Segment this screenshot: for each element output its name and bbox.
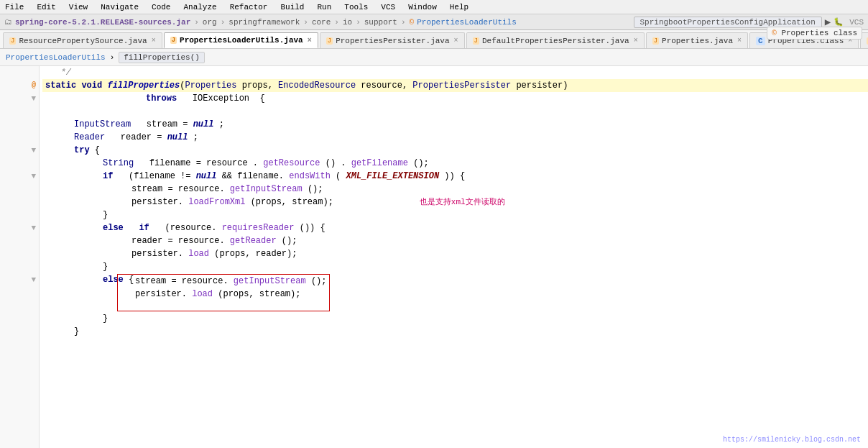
tab-propertiesloaderutils[interactable]: J PropertiesLoaderUtils.java × [164, 32, 318, 48]
space [119, 171, 124, 181]
space: = resource. [167, 184, 224, 194]
paren12: (props, reader); [214, 249, 297, 259]
var-stream3: stream [135, 276, 166, 286]
tab-close[interactable]: × [308, 37, 312, 45]
gutter-line: ▼ [0, 144, 36, 157]
paren3: (); [413, 158, 429, 168]
jar-name: spring-core-5.2.1.RELEASE-sources.jar [15, 18, 190, 27]
annotation-marker: @ [32, 79, 36, 92]
menu-vcs[interactable]: VCS [379, 3, 397, 12]
fold-arrow[interactable]: ▼ [31, 273, 36, 286]
code-line-close3: } [42, 312, 868, 325]
tab-label: ResourcePropertySource.java [19, 37, 147, 45]
paren13: (); [311, 276, 327, 286]
menu-view[interactable]: View [67, 3, 90, 12]
kw-throws: throws [146, 93, 177, 104]
code-line-close4: } [42, 325, 868, 338]
code-editor[interactable]: */ static void fillProperties ( Properti… [40, 66, 868, 448]
space [182, 93, 187, 104]
properties-class-badge[interactable]: © Properties class [767, 27, 862, 40]
space [236, 79, 241, 92]
menu-help[interactable]: Help [448, 3, 471, 12]
kw-void: void [81, 79, 102, 92]
space: { [254, 93, 264, 104]
space [136, 119, 141, 129]
code-line-close1: } [42, 209, 868, 221]
path-springframework: springframework [228, 18, 300, 27]
type-encodedresource: EncodedResource [278, 79, 356, 92]
code-line-filename: String filename = resource . getResource… [42, 157, 868, 170]
menu-file[interactable]: File [3, 3, 26, 12]
path-io: io [343, 18, 352, 27]
space [511, 79, 516, 92]
tab-java-icon: J [326, 37, 333, 45]
menu-run[interactable]: Run [315, 3, 333, 12]
code-line-close2: } [42, 260, 868, 273]
space [139, 158, 144, 168]
gutter-line [0, 286, 36, 299]
tab-close[interactable]: × [152, 37, 156, 45]
method-loadfromxml: loadFromXml [188, 197, 245, 207]
dot: . [253, 158, 258, 168]
menu-window[interactable]: Window [406, 3, 439, 12]
const-xmlext: XML_FILE_EXTENSION [346, 171, 440, 181]
tab-properties-java[interactable]: J Properties.java × [646, 32, 748, 48]
line-number-gutter: @ ▼ ▼ ▼ ▼ [0, 66, 40, 448]
method-endswith: endsWith [289, 171, 331, 181]
fold-arrow[interactable]: ▼ [31, 92, 36, 105]
tab-close[interactable]: × [454, 37, 458, 45]
path-core: core [312, 18, 331, 27]
gutter-line [0, 312, 36, 325]
paren10: ()) { [300, 223, 326, 233]
brace-open: { [95, 145, 100, 155]
var-reader: reader [121, 132, 152, 142]
tabs-bar: J ResourcePropertySource.java × J Proper… [0, 30, 868, 49]
header-wrapper: File Edit View Navigate Code Analyze Ref… [0, 0, 868, 66]
method-getfilename: getFilename [351, 158, 408, 168]
tab-propertiespersister[interactable]: J PropertiesPersister.java × [320, 32, 465, 48]
code-line-stream-boxed: stream = resource. getInputStream (); pe… [42, 286, 868, 299]
exception-type: IOException [193, 93, 249, 104]
menu-edit[interactable]: Edit [34, 3, 57, 12]
space [102, 79, 107, 92]
fold-arrow[interactable]: ▼ [31, 221, 36, 234]
menu-build[interactable]: Build [278, 3, 306, 12]
gutter-line [0, 66, 36, 79]
menu-tools[interactable]: Tools [342, 3, 370, 12]
tab-label: PropertiesPersister.java [336, 37, 449, 45]
debug-button[interactable]: 🐛 [834, 17, 844, 27]
menu-code[interactable]: Code [149, 3, 172, 12]
tab-defaultpropertiespersister[interactable]: J DefaultPropertiesPersister.java × [466, 32, 645, 48]
code-line-try: try { [42, 144, 868, 157]
space: = resource. [167, 236, 224, 246]
breadcrumb-method[interactable]: fillProperties() [119, 52, 205, 63]
menu-navigate[interactable]: Navigate [98, 3, 141, 12]
gutter-line [0, 325, 36, 338]
code-line-blank [42, 105, 868, 118]
paren11: (); [282, 236, 297, 246]
type-properties: Properties [185, 79, 236, 92]
tab-resourcepropertysource[interactable]: J ResourcePropertySource.java × [3, 32, 162, 48]
menu-refactor[interactable]: Refactor [228, 3, 270, 12]
fold-arrow[interactable]: ▼ [31, 170, 36, 183]
menu-analyze[interactable]: Analyze [181, 3, 218, 12]
code-line: */ [42, 66, 868, 79]
watermark: https://smilenicky.blog.csdn.net [723, 436, 861, 444]
kw-null2: null [167, 132, 188, 142]
tab-close[interactable]: × [737, 37, 742, 45]
paren4: (filename [129, 171, 175, 181]
tab-label: Properties.java [662, 37, 733, 45]
breadcrumb-class[interactable]: PropertiesLoaderUtils [6, 53, 106, 62]
code-line-load1: persister. load (props, reader); [42, 247, 868, 260]
path-support: support [364, 18, 397, 27]
fold-arrow[interactable]: ▼ [31, 144, 36, 157]
profile-button[interactable]: VCS [849, 18, 864, 27]
method-load1: load [188, 249, 209, 259]
kw-else: else [103, 223, 124, 233]
method-breadcrumb-bar: PropertiesLoaderUtils › fillProperties() [0, 49, 868, 66]
kw-try: try [74, 145, 90, 155]
method-fillprops: fillProperties [107, 79, 180, 92]
method-requiresreader: requiresReader [222, 223, 295, 233]
tab-close[interactable]: × [634, 37, 638, 45]
paren5: ( [336, 171, 341, 181]
